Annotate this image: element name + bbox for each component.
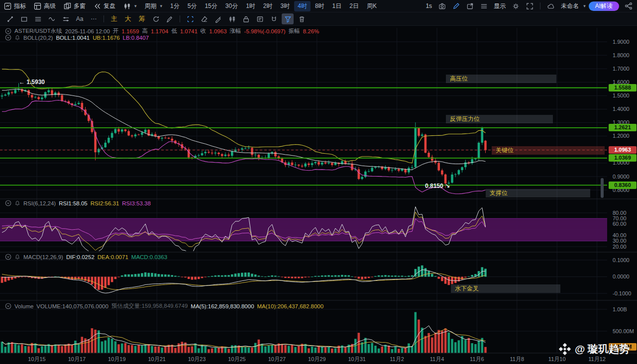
trendline-tool[interactable]	[4, 13, 16, 24]
lock-tool[interactable]	[240, 13, 252, 24]
more-tools[interactable]: ⋯	[88, 13, 100, 24]
annotation-label[interactable]: 关键位	[492, 146, 605, 155]
popup-window-icon[interactable]	[463, 0, 476, 11]
eraser-tool[interactable]	[198, 13, 210, 24]
ai-analysis-button[interactable]: AI解读	[589, 1, 619, 11]
chart-area: 1.90001.80001.70001.60001.50001.40001.30…	[0, 26, 637, 364]
collapse-chevron-icon[interactable]	[5, 254, 11, 260]
timeframe-0[interactable]: 1分	[167, 1, 183, 11]
drawing-toolbar: Aa ⋯ 主大筹	[0, 12, 637, 26]
alert-bell-icon[interactable]	[14, 35, 20, 41]
close-label: 收	[201, 27, 207, 35]
topbar-right-group: 1s 显示 未命名 ▾	[423, 0, 637, 11]
date-axis-label: 11月10	[548, 356, 566, 363]
close-value: 1.0963	[209, 28, 226, 34]
change-label: 涨幅	[230, 27, 241, 35]
annotation-label[interactable]: 反弹压力位	[446, 115, 553, 123]
magnet-tool[interactable]	[268, 13, 280, 24]
multi-window-icon	[64, 2, 71, 10]
open-label: 开	[113, 27, 119, 35]
multi-window-button[interactable]: 多窗	[60, 0, 90, 12]
date-axis-label: 10月21	[148, 356, 165, 363]
alert-bell-icon[interactable]	[14, 200, 20, 206]
timeframe-9[interactable]: 1日	[329, 1, 345, 11]
collapse-chevron-icon[interactable]	[5, 200, 11, 206]
timeframe-11[interactable]: 周K	[363, 1, 380, 11]
display-button[interactable]: 显示	[491, 2, 508, 10]
collapse-chevron-icon[interactable]	[5, 34, 11, 41]
date-axis-label: 10月19	[108, 356, 125, 363]
change-value: -5.98%(-0.0697)	[244, 28, 286, 34]
cn-tool-1[interactable]: 大	[122, 13, 134, 24]
timeframe-3[interactable]: 30分	[222, 1, 241, 11]
date-axis-label: 11月12	[588, 356, 606, 363]
compare-candles-tool[interactable]	[226, 13, 238, 24]
rsi2-value: RSI2:56.31	[91, 200, 119, 206]
timeframe-10[interactable]: 2日	[346, 1, 362, 11]
symbol-name: ASTER/USDT永续	[14, 27, 62, 35]
divider	[540, 2, 540, 9]
date-axis-label: 10月27	[268, 356, 286, 363]
annotation-label[interactable]: 支撑位	[486, 189, 590, 197]
cn-tool-2[interactable]: 筹	[136, 13, 148, 24]
indicators-label: 指标	[14, 2, 26, 10]
select-region-tool[interactable]	[184, 13, 196, 24]
text-tool[interactable]: Aa	[74, 13, 86, 24]
brush-tool[interactable]	[164, 13, 176, 24]
horizontal-lines-tool[interactable]	[32, 13, 44, 24]
collapse-chevron-icon[interactable]	[5, 303, 11, 309]
chevron-down-icon: ▾	[160, 3, 163, 8]
pen-tool[interactable]	[212, 13, 224, 24]
advanced-button[interactable]: 高级	[30, 0, 60, 12]
settings-gear-icon[interactable]	[509, 0, 522, 11]
macd-dif-value: DIF:0.0252	[66, 254, 95, 260]
cn-tool-0[interactable]: 主	[108, 13, 120, 24]
timeframe-1[interactable]: 5分	[184, 1, 201, 11]
filter-funnel-tool[interactable]	[282, 13, 294, 24]
chevron-down-icon: ▾	[134, 3, 137, 8]
draw-pencil-icon[interactable]	[449, 0, 462, 11]
timeframe-8[interactable]: 8时	[312, 1, 328, 11]
interval-badge[interactable]: 1s	[423, 2, 434, 9]
price-scale-scrollbar[interactable]	[601, 178, 604, 198]
screenshot-camera-icon[interactable]	[435, 0, 448, 11]
date-axis-label: 10月25	[228, 356, 245, 363]
annotation-label[interactable]: 水下金叉	[451, 284, 560, 293]
rectangle-tool[interactable]	[18, 13, 30, 24]
collapse-chevron-icon[interactable]	[5, 28, 11, 34]
macd-legend-row: MACD(12,26,9) DIF:0.0252 DEA:0.0071 MACD…	[5, 254, 167, 260]
timeframe-6[interactable]: 3时	[277, 1, 294, 11]
wave-tool[interactable]	[46, 13, 58, 24]
watermark-text: @ 璇玑趋势	[575, 342, 630, 356]
layout-list-icon[interactable]	[477, 0, 490, 11]
symbol-legend-row: ASTER/USDT永续 2025-11-06 12:00 开 1.1659 高…	[5, 27, 319, 35]
document-name[interactable]: 未命名	[558, 2, 581, 10]
timeframe-4[interactable]: 1时	[242, 1, 259, 11]
alert-bell-icon[interactable]	[14, 254, 20, 260]
date-axis-label: 10月31	[348, 356, 365, 363]
boll-mid-value: BOLL:1.0041	[56, 35, 90, 41]
annotation-label[interactable]: 高压位	[446, 75, 556, 83]
timeframe-2[interactable]: 15分	[201, 1, 220, 11]
note-tool[interactable]	[254, 13, 266, 24]
period-label: 周期	[145, 2, 157, 10]
trash-tool[interactable]	[296, 13, 308, 24]
chart-style-selector[interactable]: ▾	[119, 0, 141, 12]
indicators-button[interactable]: 指标	[0, 0, 30, 12]
channel-tool[interactable]	[60, 13, 72, 24]
advanced-label: 高级	[44, 2, 56, 10]
replay-button[interactable]: 复盘	[90, 0, 119, 12]
trading-app: 指标 高级 多窗 复盘 ▾ 周期 ▾ 1分5分15分30分1时2时3时4时8时1…	[0, 0, 637, 364]
candle-style-icon	[123, 2, 131, 10]
date-axis-label: 10月29	[308, 356, 325, 363]
refresh-tool[interactable]	[150, 13, 162, 24]
share-icon[interactable]	[622, 0, 635, 11]
boll-name: BOLL(20,2)	[23, 35, 53, 41]
timeframe-5[interactable]: 2时	[260, 1, 276, 11]
fullscreen-expand-icon[interactable]	[523, 0, 536, 11]
timeframe-7[interactable]: 4时	[294, 1, 311, 11]
period-selector[interactable]: 周期 ▾	[141, 0, 167, 12]
cn-tool-group: 主大筹	[107, 13, 149, 24]
cloud-save-icon[interactable]	[544, 0, 557, 11]
rsi-legend-row: RSI(6,12,24) RSI1:58.05 RSI2:56.31 RSI3:…	[5, 200, 151, 206]
